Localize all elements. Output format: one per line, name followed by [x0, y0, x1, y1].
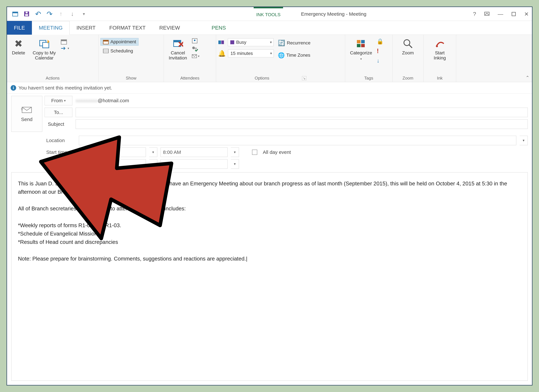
- end-date-input[interactable]: [79, 159, 146, 169]
- ink-tools-label: INK TOOLS: [256, 12, 280, 17]
- body-bullet1: *Weekly reports of forms R1-05 and R1-03…: [18, 222, 121, 228]
- maximize-icon[interactable]: [511, 12, 516, 16]
- svg-rect-30: [357, 44, 361, 47]
- group-zoom: Zoom Zoom: [393, 35, 424, 82]
- calendar-small-icon[interactable]: [60, 38, 69, 45]
- location-input[interactable]: [79, 136, 516, 145]
- appointment-icon: [103, 39, 109, 44]
- tab-format-text[interactable]: FORMAT TEXT: [102, 21, 152, 35]
- outlook-meeting-window: ↶ ↷ ↑ ↓ ▾ INK TOOLS Emergency Meeting - …: [6, 6, 533, 386]
- dialog-launcher-icon[interactable]: ↘: [302, 76, 306, 80]
- recurrence-button[interactable]: 🔄 Recurrence: [275, 38, 313, 48]
- svg-point-23: [195, 47, 197, 50]
- tab-insert[interactable]: INSERT: [70, 21, 102, 35]
- svg-rect-10: [61, 40, 67, 41]
- scheduling-button[interactable]: Scheduling: [101, 47, 139, 55]
- to-button[interactable]: To...: [45, 108, 72, 117]
- svg-point-32: [404, 40, 410, 46]
- forward-dropdown-icon[interactable]: ▾: [60, 46, 69, 51]
- delete-x-icon: ✖: [13, 38, 24, 49]
- info-strip: i You haven't sent this meeting invitati…: [7, 82, 532, 94]
- qat-customize-icon[interactable]: ▾: [81, 11, 87, 17]
- undo-icon[interactable]: ↶: [35, 11, 41, 17]
- end-date-picker-icon[interactable]: ▾: [149, 159, 157, 169]
- end-time-label: End time: [45, 161, 76, 167]
- copy-to-my-calendar-button[interactable]: Copy to My Calendar: [30, 37, 59, 62]
- address-book-icon[interactable]: [192, 38, 199, 44]
- group-label-attendees: Attendees: [166, 75, 214, 81]
- prev-item-icon[interactable]: ↑: [58, 11, 64, 17]
- categorize-button[interactable]: Categorize ▾: [347, 37, 375, 62]
- window-controls: ? — ✕: [473, 7, 529, 21]
- scheduling-icon: [103, 48, 109, 53]
- contextual-tab-ink-tools: INK TOOLS: [254, 7, 283, 21]
- minimize-icon[interactable]: —: [498, 11, 503, 17]
- redo-icon[interactable]: ↷: [46, 11, 53, 17]
- close-icon[interactable]: ✕: [524, 11, 529, 17]
- group-show: Appointment Scheduling Show: [98, 35, 164, 82]
- location-dropdown-icon[interactable]: ▾: [520, 136, 528, 145]
- end-time-input[interactable]: [161, 159, 227, 169]
- group-tags: Categorize ▾ 🔒 ! ↓ Tags: [345, 35, 393, 82]
- start-date-input[interactable]: [79, 147, 146, 157]
- body-note: Note: Please prepare for brainstorming. …: [18, 256, 247, 262]
- quick-access-toolbar: ↶ ↷ ↑ ↓ ▾: [7, 11, 87, 17]
- reminder-combo[interactable]: 15 minutes ▾: [228, 49, 274, 57]
- cancel-invitation-button[interactable]: Cancel Invitation: [166, 37, 190, 62]
- start-time-dropdown-icon[interactable]: ▾: [231, 147, 239, 157]
- svg-rect-6: [512, 12, 515, 16]
- group-actions: ✖ Delete Copy to My Calendar ▾ Actions: [7, 35, 98, 82]
- tab-pens[interactable]: PENS: [205, 21, 233, 35]
- start-time-input[interactable]: [161, 147, 227, 157]
- svg-rect-29: [361, 40, 365, 43]
- high-importance-icon[interactable]: !: [377, 48, 384, 54]
- response-options-icon[interactable]: ▾: [192, 54, 199, 59]
- end-time-dropdown-icon[interactable]: ▾: [231, 159, 239, 169]
- start-inking-button[interactable]: Start Inking: [431, 37, 449, 62]
- subject-label: Subject: [45, 119, 72, 129]
- collapse-ribbon-icon[interactable]: ⌃: [526, 75, 529, 80]
- group-ink: Start Inking Ink: [424, 35, 456, 82]
- time-zones-button[interactable]: 🌐 Time Zones: [275, 51, 313, 60]
- next-item-icon[interactable]: ↓: [69, 11, 76, 17]
- titlebar: ↶ ↷ ↑ ↓ ▾ INK TOOLS Emergency Meeting - …: [7, 7, 532, 21]
- magnifier-icon: [403, 38, 413, 49]
- from-button[interactable]: From ▾: [45, 96, 72, 105]
- appointment-button[interactable]: Appointment: [101, 38, 139, 46]
- from-account-suffix: @hotmail.com: [98, 98, 129, 103]
- save-icon[interactable]: [23, 11, 30, 17]
- svg-rect-4: [26, 12, 28, 13]
- tab-meeting[interactable]: MEETING: [32, 21, 70, 35]
- categorize-icon: [356, 38, 366, 49]
- svg-point-22: [192, 47, 195, 49]
- tab-review[interactable]: REVIEW: [152, 21, 187, 35]
- chevron-down-icon: ▾: [270, 40, 272, 44]
- meeting-body-editor[interactable]: This is Juan D. Smith Local Secretary of…: [11, 172, 528, 381]
- ribbon-display-options-icon[interactable]: [484, 12, 490, 16]
- body-bullet3: *Results of Head count and discrepancies: [18, 239, 118, 245]
- send-button[interactable]: Send: [11, 96, 42, 132]
- tab-file[interactable]: FILE: [7, 21, 32, 35]
- location-label: Location: [45, 138, 76, 143]
- calendar-icon[interactable]: [12, 11, 19, 17]
- reminder-bell-icon: 🔔: [218, 50, 226, 57]
- busy-color-swatch-icon: [230, 40, 234, 44]
- start-date-picker-icon[interactable]: ▾: [149, 147, 157, 157]
- globe-icon: 🌐: [278, 52, 285, 58]
- subject-input[interactable]: [76, 119, 528, 129]
- svg-rect-27: [230, 40, 234, 44]
- svg-point-21: [194, 39, 196, 41]
- low-importance-icon[interactable]: ↓: [377, 58, 384, 64]
- svg-point-34: [436, 45, 438, 47]
- all-day-checkbox[interactable]: [252, 150, 257, 155]
- private-lock-icon[interactable]: 🔒: [377, 38, 384, 45]
- to-input[interactable]: [76, 108, 528, 117]
- group-options: Busy ▾ 🔔 15 minutes ▾ 🔄: [216, 35, 345, 82]
- svg-rect-3: [25, 14, 28, 16]
- zoom-button[interactable]: Zoom: [399, 37, 417, 57]
- check-names-icon[interactable]: [192, 46, 199, 51]
- delete-button[interactable]: ✖ Delete: [9, 37, 28, 57]
- help-icon[interactable]: ?: [473, 11, 476, 17]
- show-as-combo[interactable]: Busy ▾: [228, 38, 274, 46]
- info-message: You haven't sent this meeting invitation…: [19, 85, 112, 91]
